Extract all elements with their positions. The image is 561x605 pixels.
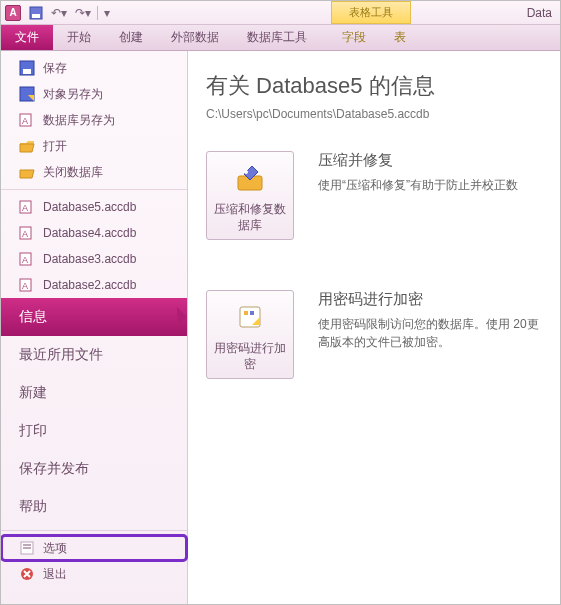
- label: Database2.accdb: [43, 278, 136, 292]
- recent-file[interactable]: A Database3.accdb: [1, 246, 187, 272]
- accdb-file-icon: A: [19, 199, 35, 215]
- sidebar-close-db[interactable]: 关闭数据库: [1, 159, 187, 185]
- svg-rect-23: [244, 311, 248, 315]
- close-db-icon: [19, 164, 35, 180]
- svg-point-21: [244, 170, 248, 174]
- action-description: 压缩并修复 使用“压缩和修复”有助于防止并校正数: [318, 151, 518, 194]
- window-title: Data: [527, 1, 552, 24]
- qat-undo-icon[interactable]: ↶▾: [47, 4, 71, 22]
- svg-rect-3: [23, 69, 31, 74]
- sidebar-save-object-as[interactable]: 对象另存为: [1, 81, 187, 107]
- nav-save-publish[interactable]: 保存并发布: [1, 450, 187, 488]
- tab-db-tools[interactable]: 数据库工具: [233, 25, 321, 50]
- sidebar-open[interactable]: 打开: [1, 133, 187, 159]
- action-heading: 用密码进行加密: [318, 290, 548, 309]
- svg-text:A: A: [22, 116, 28, 126]
- exit-icon: [19, 566, 35, 582]
- compact-repair-icon: [234, 162, 266, 194]
- action-heading: 压缩并修复: [318, 151, 518, 170]
- qat-redo-icon[interactable]: ↷▾: [71, 4, 95, 22]
- separator: [97, 6, 98, 20]
- nav-options[interactable]: 选项: [1, 535, 187, 561]
- backstage-content: 有关 Database5 的信息 C:\Users\pc\Documents\D…: [188, 51, 560, 605]
- label: 选项: [43, 540, 67, 557]
- app-icon: A: [5, 5, 21, 21]
- svg-rect-1: [32, 14, 40, 18]
- accdb-file-icon: A: [19, 251, 35, 267]
- svg-rect-24: [250, 311, 254, 315]
- nav-info[interactable]: 信息: [1, 298, 187, 336]
- separator: [1, 189, 187, 190]
- recent-file[interactable]: A Database2.accdb: [1, 272, 187, 298]
- tab-fields[interactable]: 字段: [328, 25, 380, 50]
- tab-file[interactable]: 文件: [1, 25, 53, 50]
- sidebar-save[interactable]: 保存: [1, 55, 187, 81]
- svg-text:A: A: [22, 203, 28, 213]
- nav-print[interactable]: 打印: [1, 412, 187, 450]
- contextual-tab-group: 表格工具: [331, 1, 411, 24]
- tab-external-data[interactable]: 外部数据: [157, 25, 233, 50]
- label: 关闭数据库: [43, 164, 103, 181]
- save-as-icon: [19, 86, 35, 102]
- button-label: 压缩和修复数据库: [213, 202, 287, 233]
- recent-file[interactable]: A Database5.accdb: [1, 194, 187, 220]
- compact-repair-button[interactable]: 压缩和修复数据库: [206, 151, 294, 240]
- label: Database4.accdb: [43, 226, 136, 240]
- label: 保存: [43, 60, 67, 77]
- label: 数据库另存为: [43, 112, 115, 129]
- title-bar: A ↶▾ ↷▾ ▾ 表格工具 Data: [1, 1, 560, 25]
- button-label: 用密码进行加密: [213, 341, 287, 372]
- svg-text:A: A: [22, 229, 28, 239]
- options-icon: [19, 540, 35, 556]
- tab-table[interactable]: 表: [380, 25, 420, 50]
- open-icon: [19, 138, 35, 154]
- svg-text:A: A: [22, 255, 28, 265]
- action-text: 使用“压缩和修复”有助于防止并校正数: [318, 176, 518, 194]
- action-text: 使用密码限制访问您的数据库。使用 20更高版本的文件已被加密。: [318, 315, 548, 351]
- nav-exit[interactable]: 退出: [1, 561, 187, 587]
- info-action-compact: 压缩和修复数据库 压缩并修复 使用“压缩和修复”有助于防止并校正数: [206, 151, 548, 240]
- file-path: C:\Users\pc\Documents\Database5.accdb: [206, 107, 548, 121]
- label: Database3.accdb: [43, 252, 136, 266]
- db-save-as-icon: A: [19, 112, 35, 128]
- backstage: 保存 对象另存为 A 数据库另存为 打开 关闭数据库: [1, 51, 560, 605]
- qat-customize-icon[interactable]: ▾: [100, 4, 114, 22]
- svg-text:A: A: [22, 281, 28, 291]
- recent-file[interactable]: A Database4.accdb: [1, 220, 187, 246]
- save-icon: [19, 60, 35, 76]
- backstage-sidebar: 保存 对象另存为 A 数据库另存为 打开 关闭数据库: [1, 51, 188, 605]
- action-description: 用密码进行加密 使用密码限制访问您的数据库。使用 20更高版本的文件已被加密。: [318, 290, 548, 351]
- ribbon-tabs: 文件 开始 创建 外部数据 数据库工具 字段 表: [1, 25, 560, 51]
- tab-home[interactable]: 开始: [53, 25, 105, 50]
- svg-rect-18: [23, 547, 31, 549]
- label: 打开: [43, 138, 67, 155]
- label: Database5.accdb: [43, 200, 136, 214]
- nav-help[interactable]: 帮助: [1, 488, 187, 526]
- separator: [1, 530, 187, 531]
- nav-new[interactable]: 新建: [1, 374, 187, 412]
- label: 退出: [43, 566, 67, 583]
- qat-save-icon[interactable]: [25, 4, 47, 22]
- sidebar-save-db-as[interactable]: A 数据库另存为: [1, 107, 187, 133]
- label: 对象另存为: [43, 86, 103, 103]
- encrypt-icon: [234, 301, 266, 333]
- encrypt-button[interactable]: 用密码进行加密: [206, 290, 294, 379]
- accdb-file-icon: A: [19, 225, 35, 241]
- svg-rect-17: [23, 544, 31, 546]
- nav-recent[interactable]: 最近所用文件: [1, 336, 187, 374]
- info-action-encrypt: 用密码进行加密 用密码进行加密 使用密码限制访问您的数据库。使用 20更高版本的…: [206, 290, 548, 379]
- svg-rect-4: [20, 87, 34, 101]
- page-title: 有关 Database5 的信息: [206, 71, 548, 101]
- tab-create[interactable]: 创建: [105, 25, 157, 50]
- accdb-file-icon: A: [19, 277, 35, 293]
